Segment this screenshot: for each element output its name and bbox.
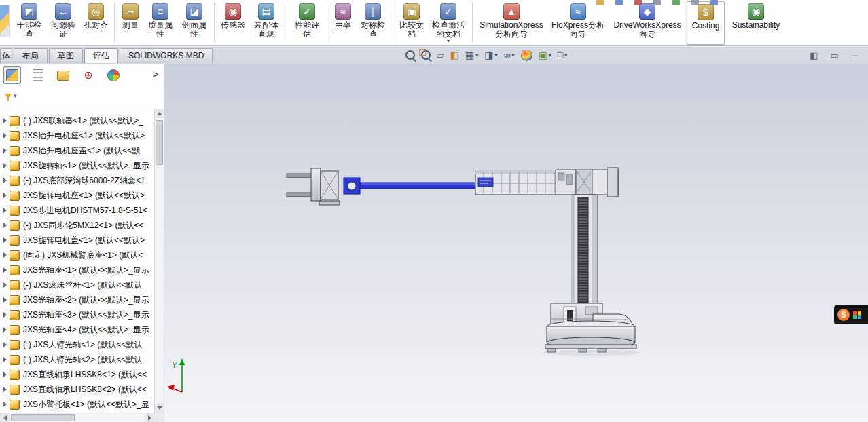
tree-item[interactable]: JXS光轴座<2> (默认<<默认>_显示 — [0, 292, 154, 307]
tree-item[interactable]: (-) JXS滚珠丝杆<1> (默认<<默认 — [0, 277, 154, 292]
interference-check-button[interactable]: ◩干涉检查 — [13, 1, 46, 39]
displaymanager-tab[interactable] — [105, 67, 122, 83]
tab-评估[interactable]: 评估 — [84, 48, 118, 63]
expander-icon[interactable] — [3, 193, 7, 198]
expander-icon[interactable] — [3, 312, 7, 318]
flyout-expand-icon[interactable]: > — [153, 69, 158, 79]
scroll-left-icon[interactable] — [0, 413, 10, 422]
section-properties-button[interactable]: ◪剖面属性 — [178, 1, 211, 39]
costing-button[interactable]: $Costing — [687, 1, 725, 45]
tree-item[interactable]: JXS旋转轴<1> (默认<<默认>_显示 — [0, 158, 154, 173]
compare-documents-button[interactable]: ▣比较文档 — [397, 1, 427, 39]
pane-split-icon[interactable]: ◧ — [810, 50, 818, 60]
collapse-ribbon-icon[interactable]: ─ — [851, 50, 857, 60]
tab-体[interactable]: 体 — [0, 48, 12, 63]
simulationxpress-wizard-button[interactable]: ▲SimulationXpress分析向导 — [476, 1, 547, 39]
ime-grid-icon[interactable] — [853, 311, 861, 319]
tree-horizontal-scrollbar[interactable] — [0, 413, 154, 422]
menubar-icon-1[interactable] — [596, 0, 604, 5]
scroll-down-icon[interactable] — [155, 403, 164, 413]
curvature-button[interactable]: ≈曲率 — [331, 1, 355, 31]
menubar-icon-5[interactable] — [672, 0, 680, 5]
propertymanager-tab[interactable] — [30, 67, 46, 83]
tree-item[interactable]: (-) JXS大臂光轴<2> (默认<<默认 — [0, 352, 154, 367]
expander-icon[interactable] — [3, 282, 7, 288]
tab-solidworks-mbd[interactable]: SOLIDWORKS MBD — [120, 48, 213, 63]
previous-view-icon[interactable]: ▱ — [437, 50, 444, 60]
expander-icon[interactable] — [3, 342, 7, 347]
edit-appearance-icon[interactable] — [521, 50, 532, 61]
menubar-icon-3[interactable] — [634, 0, 642, 5]
tree-item[interactable]: JXS旋转电机座<1> (默认<<默认> — [0, 188, 154, 203]
tab-布局[interactable]: 布局 — [14, 48, 48, 63]
display-style-icon[interactable]: ◨▾ — [484, 50, 497, 60]
floxpress-wizard-button[interactable]: ≈FloXpress分析向导 — [548, 1, 608, 39]
sogou-logo-icon[interactable]: S — [837, 309, 850, 321]
tree-item[interactable]: JXS光轴座<4> (默认<<默认>_显示 — [0, 322, 154, 337]
tree-item[interactable]: JXS直线轴承LHSSK8<2> (默认<< — [0, 382, 154, 397]
horizontal-scroll-thumb[interactable] — [11, 414, 75, 421]
tree-item[interactable]: JXS旋转电机盖<1> (默认<<默认> — [0, 233, 154, 248]
tree-item[interactable]: JXS抬升电机座盖<1> (默认<<默 — [0, 143, 154, 158]
dropdown-arrow-icon[interactable]: ▾ — [564, 52, 567, 58]
featuremanager-tab[interactable] — [3, 66, 21, 84]
measure-button[interactable]: ▱测量 — [118, 1, 143, 31]
clipped-ribbon-button[interactable] — [0, 5, 10, 37]
menubar-icon-6[interactable] — [691, 0, 699, 5]
dropdown-arrow-icon[interactable]: ▾ — [495, 52, 498, 58]
apply-scene-icon[interactable]: ▣▾ — [539, 50, 551, 60]
dropdown-arrow-icon[interactable]: ▾ — [549, 52, 551, 58]
tree-item[interactable]: JXS步进电机DHSTM57-1.8-S-51< — [0, 203, 154, 218]
view-settings-icon[interactable]: □▾ — [558, 50, 567, 60]
filter-funnel-icon[interactable] — [5, 94, 12, 98]
expander-icon[interactable] — [3, 252, 7, 258]
expander-icon[interactable] — [3, 237, 7, 243]
scroll-right-icon[interactable] — [145, 413, 154, 422]
mass-properties-button[interactable]: ≡质量属性 — [144, 1, 177, 39]
expander-icon[interactable] — [3, 402, 7, 407]
dropdown-arrow-icon[interactable]: ▾ — [447, 39, 450, 43]
expander-icon[interactable] — [3, 387, 7, 392]
expander-icon[interactable] — [3, 163, 7, 168]
expander-icon[interactable] — [3, 148, 7, 153]
expander-icon[interactable] — [3, 327, 7, 332]
pane-float-icon[interactable]: ▭ — [830, 50, 838, 60]
sustainability-button[interactable]: ◉Sustainability — [726, 1, 786, 31]
assembly-visualization-button[interactable]: ▤装配体直观 — [249, 1, 283, 39]
sensor-button[interactable]: ◉传感器 — [218, 1, 248, 31]
menubar-icon-2[interactable] — [615, 0, 623, 5]
menubar-icon-7[interactable] — [710, 0, 718, 5]
tree-item[interactable]: JXS直线轴承LHSSK8<1> (默认<< — [0, 367, 154, 382]
view-orientation-icon[interactable]: ▦▾ — [465, 50, 478, 60]
expander-icon[interactable] — [3, 223, 7, 228]
expander-icon[interactable] — [3, 208, 7, 213]
dropdown-arrow-icon[interactable]: ▾ — [475, 52, 478, 58]
orientation-triad[interactable]: Y — [167, 358, 185, 392]
tree-item[interactable]: (-) JXS底部深沟球6000-2Z轴套<1 — [0, 173, 154, 188]
hide-show-items-icon[interactable]: ∞▾ — [504, 50, 515, 60]
ime-toolbar[interactable]: S — [834, 305, 868, 324]
expander-icon[interactable] — [3, 297, 7, 303]
driveworksxpress-wizard-button[interactable]: ◆DriveWorksXpress向导 — [609, 1, 685, 39]
tree-item[interactable]: JXS光轴座<1> (默认<<默认>_显示 — [0, 263, 154, 277]
zoom-to-fit-icon[interactable] — [405, 50, 415, 60]
tree-vertical-scrollbar[interactable] — [154, 109, 164, 413]
tab-草图[interactable]: 草图 — [49, 48, 83, 63]
expander-icon[interactable] — [3, 372, 7, 377]
expander-icon[interactable] — [3, 133, 7, 138]
tree-item[interactable]: (-) JXS同步轮5MX12<1> (默认<< — [0, 218, 154, 233]
tree-item[interactable]: (-) JXS大臂光轴<1> (默认<<默认 — [0, 337, 154, 352]
zoom-to-area-icon[interactable] — [421, 50, 431, 60]
dropdown-arrow-icon[interactable]: ▾ — [512, 52, 515, 58]
hole-alignment-button[interactable]: ◎孔对齐 — [81, 1, 111, 31]
check-active-document-button[interactable]: ✓检查激活的文档▾ — [428, 1, 469, 44]
vertical-scroll-thumb[interactable] — [156, 120, 163, 165]
expander-icon[interactable] — [3, 267, 7, 273]
configurationmanager-tab[interactable] — [55, 67, 71, 83]
section-view-icon[interactable]: ◧ — [450, 50, 459, 60]
expander-icon[interactable] — [3, 178, 7, 183]
menubar-icon-4[interactable] — [653, 0, 661, 5]
expander-icon[interactable] — [3, 118, 7, 123]
expander-icon[interactable] — [3, 357, 7, 362]
tree-item[interactable]: JXS抬升电机座<1> (默认<<默认> — [0, 128, 154, 143]
